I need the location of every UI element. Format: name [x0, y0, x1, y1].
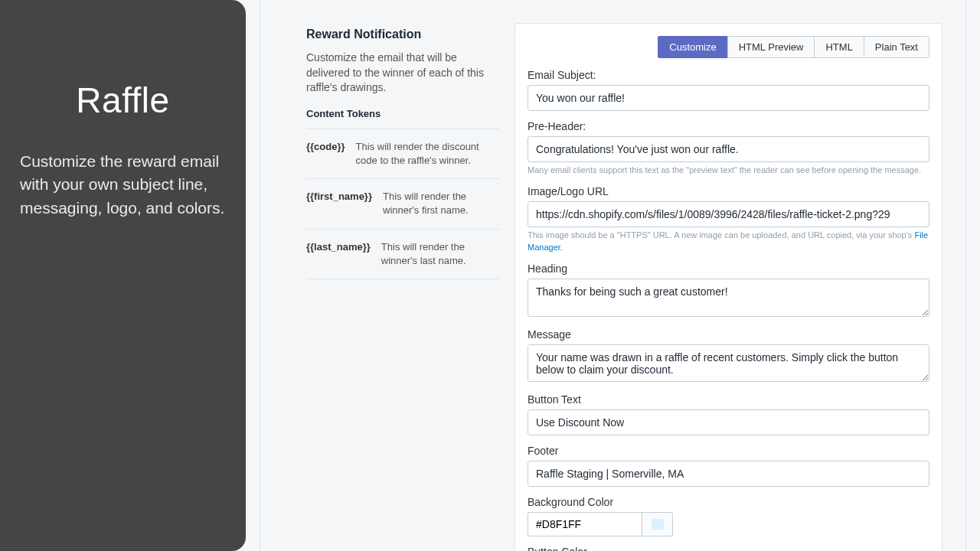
footer-label: Footer [528, 445, 929, 457]
token-desc: This will render the winner's last name. [381, 240, 499, 268]
image-url-input[interactable] [528, 201, 929, 227]
token-row: {{last_name}} This will render the winne… [306, 230, 499, 279]
email-subject-label: Email Subject: [528, 69, 929, 81]
button-text-label: Button Text [528, 393, 929, 406]
token-key: {{code}} [306, 140, 345, 168]
editor-card: Customize HTML Preview HTML Plain Text E… [514, 23, 942, 551]
tab-bar: Customize HTML Preview HTML Plain Text [528, 36, 929, 58]
tab-html-preview[interactable]: HTML Preview [727, 36, 815, 58]
token-desc: This will render the winner's first name… [383, 190, 499, 217]
email-subject-input[interactable] [528, 85, 929, 111]
tokens-header: Content Tokens [306, 99, 499, 129]
section-heading: Reward Notification [306, 28, 499, 41]
pre-header-help: Many email clients support this text as … [528, 165, 929, 176]
message-input[interactable] [528, 344, 929, 382]
token-row: {{first_name}} This will render the winn… [306, 179, 499, 229]
background-color-label: Background Color [528, 496, 929, 508]
token-row: {{code}} This will render the discount c… [306, 129, 499, 179]
hero-title: Raffle [20, 80, 226, 121]
pre-header-label: Pre-Header: [528, 120, 929, 132]
token-key: {{last_name}} [306, 240, 371, 268]
image-url-label: Image/Logo URL [528, 185, 929, 197]
background-color-swatch-wrap[interactable] [642, 512, 673, 536]
pre-header-input[interactable] [528, 136, 929, 162]
hero-blurb: Customize the reward email with your own… [20, 150, 226, 220]
footer-input[interactable] [528, 461, 929, 487]
heading-input[interactable] [528, 279, 929, 317]
heading-label: Heading [528, 262, 929, 275]
button-color-label: Button Color [528, 546, 929, 551]
section-desc: Customize the email that will be deliver… [306, 51, 499, 96]
message-label: Message [528, 328, 929, 341]
tab-html[interactable]: HTML [814, 36, 864, 58]
background-color-swatch [652, 519, 664, 530]
button-text-input[interactable] [528, 409, 929, 435]
background-color-input[interactable] [528, 512, 642, 536]
tab-plain-text[interactable]: Plain Text [864, 36, 929, 58]
info-column: Reward Notification Customize the email … [306, 23, 499, 551]
tab-customize[interactable]: Customize [658, 36, 727, 58]
token-desc: This will render the discount code to th… [356, 140, 499, 168]
main-area: Reward Notification Customize the email … [246, 0, 980, 551]
image-url-help: This image should be a "HTTPS" URL. A ne… [528, 230, 929, 253]
hero-panel: Raffle Customize the reward email with y… [0, 0, 246, 551]
token-key: {{first_name}} [306, 190, 372, 217]
